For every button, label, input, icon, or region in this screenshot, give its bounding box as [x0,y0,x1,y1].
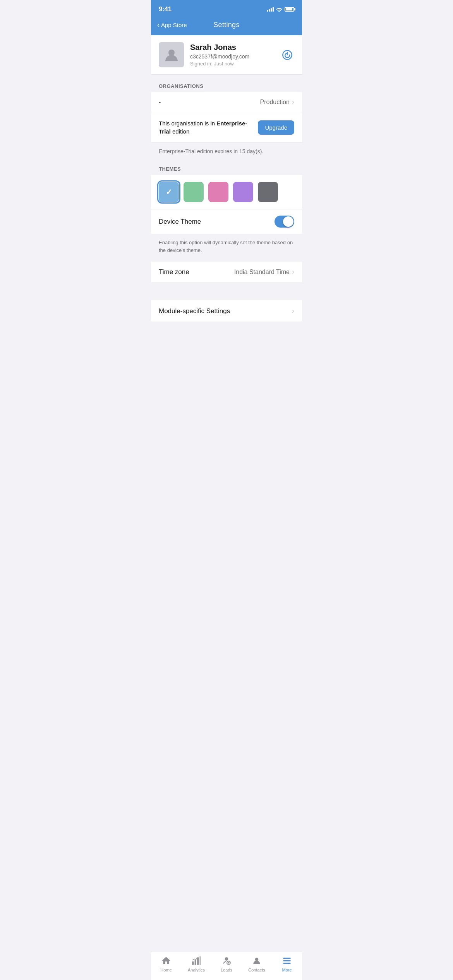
trial-banner: This organisation is in Enterprise-Trial… [151,112,302,143]
toggle-knob [283,216,293,227]
profile-info: Sarah Jonas c3c2537f@moodjoy.com Signed … [190,43,280,67]
back-label: App Store [161,22,187,28]
org-type-right: Production › [260,98,295,106]
expiry-notice: Enterprise-Trial edition expires in 15 d… [151,143,302,158]
theme-swatch-blue[interactable]: ✓ [159,182,179,202]
status-time: 9:41 [159,5,172,13]
device-theme-toggle[interactable] [275,216,294,228]
wifi-icon [276,7,282,12]
timezone-label: Time zone [159,268,189,276]
status-bar: 9:41 [151,0,302,17]
timezone-value: India Standard Time › [234,268,294,276]
timezone-text: India Standard Time [234,269,290,276]
signal-icon [267,7,274,12]
module-settings-chevron-icon: › [292,307,294,315]
module-section-spacer [151,282,302,300]
theme-swatch-purple[interactable] [233,182,253,202]
timezone-chevron-icon: › [292,268,294,276]
themes-section: ✓ [151,175,302,209]
theme-swatch-green[interactable] [184,182,204,202]
upgrade-button[interactable]: Upgrade [258,120,294,135]
profile-email: c3c2537f@moodjoy.com [190,53,280,60]
device-theme-label: Device Theme [159,218,201,226]
page-title: Settings [213,21,239,29]
avatar-icon [164,47,179,63]
theme-swatches: ✓ [159,182,294,202]
battery-icon [285,7,294,12]
logout-button[interactable] [280,48,294,62]
timezone-row[interactable]: Time zone India Standard Time › [151,262,302,282]
theme-swatch-gray[interactable] [258,182,278,202]
profile-section: Sarah Jonas c3c2537f@moodjoy.com Signed … [151,35,302,75]
organisations-section-header: ORGANISATIONS [151,75,302,92]
theme-swatch-pink[interactable] [208,182,228,202]
device-theme-helper: Enabling this option will dynamically se… [151,234,302,262]
organisation-row[interactable]: - Production › [151,92,302,112]
avatar [159,42,184,67]
profile-signed-in: Signed in: Just now [190,61,280,67]
svg-point-0 [168,50,175,56]
status-icons [267,7,294,12]
profile-name: Sarah Jonas [190,43,280,52]
trial-text: This organisation is in Enterprise-Trial… [159,119,253,135]
module-settings-row[interactable]: Module-specific Settings › [151,300,302,322]
device-theme-row: Device Theme [151,209,302,234]
back-button[interactable]: ‹ App Store [157,21,187,29]
themes-section-header: THEMES [151,158,302,175]
nav-header: ‹ App Store Settings [151,17,302,35]
selected-checkmark: ✓ [166,187,172,197]
org-chevron-icon: › [292,98,294,106]
org-name: - [159,99,161,106]
org-type: Production [260,99,290,106]
back-chevron-icon: ‹ [157,21,160,29]
module-settings-label: Module-specific Settings [159,307,230,315]
